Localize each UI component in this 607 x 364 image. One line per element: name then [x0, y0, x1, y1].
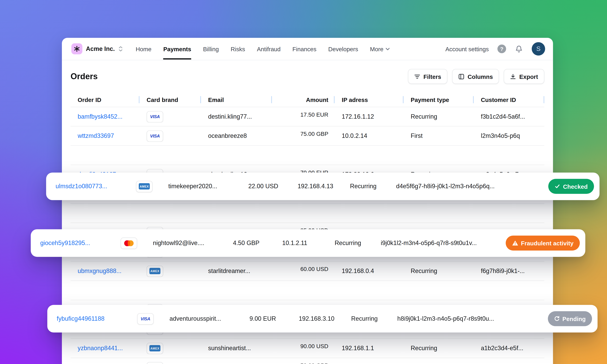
visa-card-icon: VISA: [137, 313, 154, 325]
amex-card-icon: AMEX: [147, 343, 163, 354]
visa-card-icon: VISA: [147, 130, 163, 142]
amex-card-icon: AMEX: [147, 265, 163, 277]
order-id-link[interactable]: yzbnaonp8441...: [78, 345, 123, 351]
hidden-row-slot: [70, 203, 544, 223]
email-cell: nightowl92@live....: [153, 239, 233, 247]
table-row[interactable]: wttzmd33697VISAoceanbreeze875.00 GBP10.0…: [70, 126, 544, 145]
nav-item-antifraud[interactable]: Antifraud: [257, 46, 281, 52]
column-header-ip-adress[interactable]: IP adress: [335, 96, 404, 103]
order-id-link[interactable]: wttzmd33697: [70, 132, 139, 139]
highlighted-order-row[interactable]: fybuficg44961188VISAadventurousspirit...…: [47, 305, 598, 333]
nav-item-finances[interactable]: Finances: [292, 46, 316, 52]
nav-item-billing[interactable]: Billing: [203, 46, 219, 52]
card-brand-cell: VISA: [137, 313, 170, 325]
nav-item-more[interactable]: More: [370, 46, 390, 52]
order-id-link[interactable]: ubmxgnug888...: [70, 267, 139, 274]
order-id-link[interactable]: fybuficg44961188: [57, 315, 137, 322]
company-logo-icon: [71, 43, 82, 54]
order-id-link[interactable]: bamfbysk8452...: [70, 113, 139, 120]
order-id-link[interactable]: ulmsdz1o080773...: [56, 183, 136, 190]
order-id-link[interactable]: gioceh5y918295...: [40, 239, 90, 246]
nav-item-developers[interactable]: Developers: [328, 46, 358, 52]
customer-id-cell: f6g7h8i9-j0k1-...: [474, 267, 544, 274]
hidden-row-slot: [70, 145, 544, 165]
columns-label: Columns: [468, 73, 493, 80]
email-cell: timekeeper2020...: [168, 183, 248, 190]
filters-button[interactable]: Filters: [408, 69, 448, 84]
customer-id-cell: d4e5f6g7-h8i9-j0k1-l2m3-n4o5p6q...: [396, 183, 548, 190]
card-brand-cell: AMEX: [136, 181, 168, 192]
customer-id-cell: h8i9j0k1-l2m3-n4o5-p6q7-r8s9t0u...: [397, 315, 548, 322]
payment-type-cell: Recurring: [404, 345, 474, 352]
column-header-card-brand[interactable]: Card brand: [140, 96, 201, 103]
bell-icon[interactable]: [515, 45, 523, 53]
order-id-link[interactable]: yzbnaonp8441...: [70, 345, 139, 352]
nav-items: HomePaymentsBillingRisksAntifraudFinance…: [136, 46, 390, 52]
columns-button[interactable]: Columns: [452, 69, 499, 84]
order-id-link[interactable]: ubmxgnug888...: [78, 267, 121, 274]
page-header: Orders Filters Columns: [62, 60, 553, 93]
download-icon: [510, 74, 516, 79]
ip-cell: 10.1.2.11: [282, 239, 335, 247]
order-id-link[interactable]: bamfbysk8452...: [78, 113, 123, 120]
nav-item-home[interactable]: Home: [136, 46, 152, 52]
page-title: Orders: [70, 72, 98, 81]
export-button[interactable]: Export: [504, 69, 544, 84]
customer-id-cell: l2m3n4o5-p6q: [474, 132, 544, 139]
mastercard-card-icon: [147, 362, 163, 364]
highlighted-order-row[interactable]: gioceh5y918295...nightowl92@live....4.50…: [31, 229, 585, 257]
customer-id-cell: f3b1c2d4-5a6f...: [474, 113, 544, 120]
column-header-amount[interactable]: Amount: [272, 96, 335, 103]
order-id-link[interactable]: ulmsdz1o080773...: [56, 183, 107, 190]
payment-type-cell: First: [404, 132, 474, 139]
table-row[interactable]: ubmxgnug888...AMEXstarlitdreamer...60.00…: [70, 261, 544, 281]
nav-more-label: More: [370, 46, 383, 52]
email-cell: sunshineartist...: [201, 345, 272, 352]
payment-type-cell: Recurring: [335, 239, 381, 247]
table-row[interactable]: bamfbysk8452...VISAdestini.kling77...17.…: [70, 107, 544, 126]
account-settings-link[interactable]: Account settings: [445, 46, 489, 52]
card-brand-cell: VISA: [140, 111, 201, 122]
payment-type-cell: Recurring: [404, 267, 474, 274]
column-header-email[interactable]: Email: [201, 96, 272, 103]
up-down-chevrons-icon: [118, 46, 123, 52]
email-cell: starlitdreamer...: [201, 267, 272, 274]
order-id-link[interactable]: fybuficg44961188: [57, 315, 105, 322]
table-actions: Filters Columns Export: [408, 69, 544, 84]
customer-id-cell: a1b2c3d4-e5f...: [474, 345, 544, 352]
order-id-link[interactable]: gioceh5y918295...: [40, 239, 120, 247]
table-header-row: Order IDCard brandEmailAmountIP adressPa…: [70, 92, 544, 107]
customer-id-cell: i9j0k1l2-m3n4-o5p6-q7r8-s9t0u1v...: [381, 239, 505, 247]
column-header-customer-id[interactable]: Customer ID: [474, 96, 544, 103]
screen: Acme Inc. HomePaymentsBillingRisksAntifr…: [0, 0, 607, 364]
column-header-payment-type[interactable]: Payment type: [404, 96, 474, 103]
company-switcher[interactable]: Acme Inc.: [71, 43, 123, 54]
table-row[interactable]: lradmzt146578...harmonyseeke...50.00 GBP…: [70, 358, 544, 364]
status-label: Fraudulent activity: [521, 240, 574, 246]
highlighted-order-row[interactable]: ulmsdz1o080773...AMEXtimekeeper2020...22…: [46, 173, 600, 200]
nav-item-payments[interactable]: Payments: [163, 46, 191, 52]
column-header-order-id[interactable]: Order ID: [70, 96, 139, 103]
card-brand-cell: AMEX: [140, 343, 201, 354]
avatar[interactable]: S: [532, 42, 545, 55]
amount-cell: 75.00 GBP: [272, 131, 335, 137]
card-brand-cell: VISA: [140, 130, 201, 142]
card-brand-cell: [120, 237, 153, 249]
ip-cell: 192.168.1.1: [335, 345, 404, 352]
table-row[interactable]: yzbnaonp8441...AMEXsunshineartist...90.0…: [70, 338, 544, 358]
order-id-link[interactable]: wttzmd33697: [78, 132, 114, 139]
amount-cell: 22.00 USD: [248, 183, 298, 190]
payment-type-cell: Recurring: [351, 315, 397, 322]
top-nav: Acme Inc. HomePaymentsBillingRisksAntifr…: [62, 38, 553, 60]
filters-label: Filters: [423, 73, 441, 80]
orders-table: Order IDCard brandEmailAmountIP adressPa…: [70, 92, 544, 364]
nav-right: Account settings ? S: [445, 42, 545, 55]
refresh-icon: [554, 316, 560, 322]
nav-item-risks[interactable]: Risks: [231, 46, 245, 52]
status-label: Pending: [562, 315, 586, 322]
email-cell: adventurousspirit...: [170, 315, 250, 322]
help-icon[interactable]: ?: [497, 44, 506, 53]
visa-card-icon: VISA: [147, 111, 163, 122]
status-badge-pending: Pending: [548, 311, 592, 326]
status-badge-fraudulent-activity: Fraudulent activity: [505, 235, 580, 251]
